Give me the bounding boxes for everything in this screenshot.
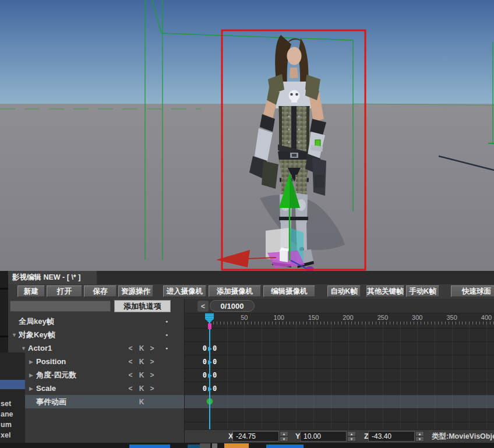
keyframe-row-Actor1: 00 (185, 341, 255, 355)
collapse-toggle-icon[interactable]: ▶ (29, 368, 33, 382)
spinner-down-button[interactable]: ▼ (280, 436, 288, 442)
grid-line (435, 324, 435, 429)
ruler-tick (299, 322, 300, 324)
grid-line (296, 324, 297, 429)
toolbar-button-2[interactable]: 打开 (47, 285, 82, 297)
prev-key-button[interactable]: < (127, 382, 134, 395)
toolbar-button-9[interactable]: 其他关键帧 (366, 285, 404, 297)
ruler-tick (465, 322, 466, 324)
prev-key-button[interactable]: < (127, 355, 134, 368)
spinner-down-button[interactable]: ▼ (347, 436, 356, 442)
ruler-tick (258, 322, 259, 324)
toolbar-button-8[interactable]: 自动K帧 (327, 285, 361, 297)
track-row-对象Key帧[interactable]: ▼对象Key帧● (8, 328, 184, 341)
track-label: 角度-四元数 (36, 368, 76, 382)
track-label: Scale (36, 382, 56, 395)
toolbar-button-7[interactable]: 编辑摄像机 (263, 285, 315, 297)
ruler-tick (456, 322, 456, 324)
axis-spinner-Z: ▲▼ (415, 431, 424, 442)
gray-window-fragment[interactable] (200, 443, 210, 448)
ruler-tick (231, 322, 231, 324)
add-track-button[interactable]: 添加轨道项 (114, 300, 171, 312)
ruler-tick (483, 322, 484, 324)
axis-input-Z[interactable]: -43.40 (368, 431, 415, 442)
timeline-ruler[interactable]: 50100150200250300350400 (185, 313, 494, 324)
blue-window-fragment-2[interactable] (266, 445, 304, 448)
toolbar-button-6[interactable]: 添加摄像机 (209, 285, 261, 297)
track-row-事件动画[interactable]: 事件动画K (25, 395, 184, 408)
keyframe-left-value: 0 (196, 368, 207, 382)
axis-input-Y[interactable]: 10.00 (300, 431, 347, 442)
ruler-tick (310, 322, 310, 324)
spinner-down-button[interactable]: ▼ (415, 436, 424, 442)
ruler-tick (248, 322, 248, 324)
viewport-3d[interactable] (0, 0, 494, 271)
ruler-tick (217, 322, 217, 324)
ruler-tick (334, 322, 335, 324)
toolbar-button-10[interactable]: 手动K帧 (406, 285, 439, 297)
prev-key-button[interactable]: < (127, 341, 134, 355)
collapse-toggle-icon[interactable]: ▼ (12, 328, 17, 341)
ruler-tick (445, 322, 446, 324)
playhead-line[interactable] (209, 313, 210, 429)
track-row-Position[interactable]: ▶Position<K> (8, 355, 184, 368)
track-row-Actor1[interactable]: ▼Actor1<K>● (8, 341, 184, 355)
collapse-toggle-icon[interactable]: ▶ (29, 382, 33, 395)
next-key-button[interactable]: > (149, 368, 156, 382)
ruler-label: 200 (340, 314, 357, 321)
ruler-tick (459, 322, 460, 324)
ruler-tick (317, 322, 317, 324)
frame-counter[interactable]: 0/1000 (210, 300, 255, 312)
track-row-角度-四元数[interactable]: ▶角度-四元数<K> (8, 368, 184, 382)
frame-back-button[interactable]: < (197, 301, 209, 312)
axis-input-X[interactable]: -24.75 (232, 431, 279, 442)
ruler-label: 150 (305, 314, 322, 321)
grid-line (383, 324, 383, 429)
toolbar-button-1[interactable]: 新建 (17, 285, 45, 297)
divider (0, 288, 8, 290)
ruler-tick (283, 322, 283, 324)
track-label: Position (36, 355, 66, 368)
set-key-button[interactable]: K (138, 368, 145, 382)
ruler-tick (276, 322, 276, 324)
track-enable-dot[interactable]: ● (163, 341, 170, 355)
spinner-up-button[interactable]: ▲ (347, 431, 356, 436)
ruler-tick (490, 322, 491, 324)
grid-line (262, 324, 262, 429)
grid-line (452, 324, 453, 429)
track-row-Scale[interactable]: ▶Scale<K> (8, 382, 184, 395)
prev-key-button[interactable]: < (127, 368, 134, 382)
divider (0, 336, 8, 337)
app-window: 影视编辑 NEW - [ \* ] 新建打开保存资源操作进入摄像机添加摄像机编辑… (0, 0, 494, 448)
next-key-button[interactable]: > (149, 341, 156, 355)
set-key-button[interactable]: K (138, 395, 145, 408)
ruler-label: 300 (408, 314, 426, 321)
editor-title-tab[interactable]: 影视编辑 NEW - [ \* ] (8, 271, 97, 284)
editor-titlebar: 影视编辑 NEW - [ \* ] (8, 271, 494, 284)
spinner-up-button[interactable]: ▲ (280, 431, 288, 436)
ruler-tick (320, 322, 321, 324)
ruler-tick (431, 322, 432, 324)
blue-window-fragment[interactable] (129, 445, 170, 448)
set-key-button[interactable]: K (138, 341, 145, 355)
toolbar-button-11[interactable]: 快速球面 (451, 285, 494, 297)
ruler-tick (421, 322, 421, 324)
set-key-button[interactable]: K (138, 382, 145, 395)
orange-window-fragment[interactable] (224, 443, 249, 448)
next-key-button[interactable]: > (149, 382, 156, 395)
next-key-button[interactable]: > (149, 355, 156, 368)
set-key-button[interactable]: K (138, 355, 145, 368)
track-row-全局key帧[interactable]: 全局key帧● (8, 315, 184, 328)
keyframe-row-角度-四元数: 00 (185, 368, 255, 382)
ruler-tick (224, 322, 224, 324)
toolbar-button-4[interactable]: 资源操作 (118, 285, 153, 297)
track-panel: 添加轨道项 全局key帧●▼对象Key帧●▼Actor1<K>●▶Positio… (8, 299, 184, 443)
track-filter-input[interactable] (10, 301, 111, 312)
toolbar-button-5[interactable]: 进入摄像机 (163, 285, 206, 297)
collapse-toggle-icon[interactable]: ▶ (29, 355, 33, 368)
gray-window-fragment-2[interactable] (212, 443, 217, 448)
spinner-up-button[interactable]: ▲ (415, 431, 424, 436)
track-enable-dot[interactable]: ● (163, 328, 170, 341)
track-enable-dot[interactable]: ● (163, 315, 170, 328)
toolbar-button-3[interactable]: 保存 (84, 285, 117, 297)
